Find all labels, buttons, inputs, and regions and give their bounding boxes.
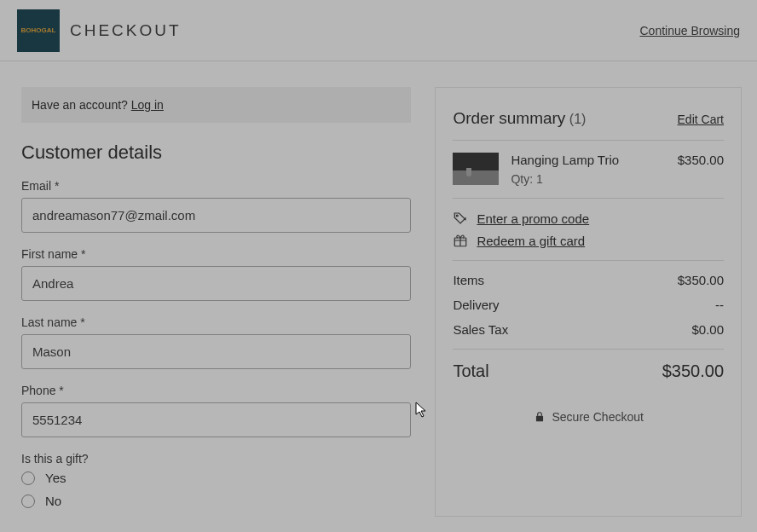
customer-column: Have an account? Log in Customer details… — [21, 87, 411, 517]
edit-cart-link[interactable]: Edit Cart — [678, 113, 724, 126]
email-label: Email * — [21, 179, 411, 193]
divider — [453, 349, 724, 350]
customer-details-heading: Customer details — [21, 142, 411, 164]
last-name-input[interactable] — [21, 334, 411, 369]
item-name-row: Hanging Lamp Trio $350.00 — [511, 153, 724, 167]
items-label: Items — [453, 273, 484, 287]
page-title: CHECKOUT — [70, 21, 182, 40]
divider — [453, 140, 724, 141]
email-input[interactable] — [21, 198, 411, 233]
divider — [453, 260, 724, 261]
first-name-field-group: First name * — [21, 247, 411, 301]
gift-no-radio[interactable] — [21, 494, 35, 508]
account-prompt-text: Have an account? — [32, 98, 131, 112]
secure-checkout: Secure Checkout — [453, 410, 724, 424]
gift-icon — [453, 233, 468, 248]
tax-value: $0.00 — [691, 322, 724, 337]
items-value: $350.00 — [678, 273, 724, 287]
first-name-label: First name * — [21, 247, 411, 261]
secure-checkout-text: Secure Checkout — [552, 410, 644, 424]
total-label: Total — [453, 361, 488, 381]
cart-item: Hanging Lamp Trio $350.00 Qty: 1 — [453, 153, 724, 186]
account-prompt: Have an account? Log in — [21, 87, 411, 123]
divider — [453, 198, 724, 199]
order-summary: Order summary (1) Edit Cart Hanging Lamp… — [435, 87, 742, 517]
last-name-label: Last name * — [21, 315, 411, 329]
items-row: Items $350.00 — [453, 273, 724, 287]
item-price: $350.00 — [678, 153, 724, 167]
summary-title: Order summary — [453, 109, 565, 127]
continue-browsing-link[interactable]: Continue Browsing — [639, 24, 740, 38]
promo-row: Enter a promo code — [453, 211, 724, 226]
gift-yes-label: Yes — [45, 471, 66, 485]
last-name-field-group: Last name * — [21, 315, 411, 369]
phone-field-group: Phone * — [21, 384, 411, 437]
gift-yes-radio[interactable] — [21, 471, 35, 485]
gift-card-link[interactable]: Redeem a gift card — [477, 234, 585, 248]
promo-code-link[interactable]: Enter a promo code — [477, 211, 589, 226]
delivery-row: Delivery -- — [453, 298, 724, 312]
item-name: Hanging Lamp Trio — [511, 153, 619, 167]
tag-icon — [453, 211, 468, 226]
gift-question: Is this a gift? Yes No — [21, 452, 411, 508]
summary-title-group: Order summary (1) — [453, 109, 586, 128]
brand-logo: BOHOGAL — [17, 9, 60, 52]
gift-card-row: Redeem a gift card — [453, 233, 724, 248]
gift-yes-row: Yes — [21, 471, 411, 485]
summary-header: Order summary (1) Edit Cart — [453, 109, 724, 128]
svg-point-0 — [457, 215, 459, 217]
total-value: $350.00 — [662, 361, 724, 381]
header: BOHOGAL CHECKOUT Continue Browsing — [0, 0, 757, 61]
tax-row: Sales Tax $0.00 — [453, 322, 724, 337]
total-row: Total $350.00 — [453, 361, 724, 381]
gift-label: Is this a gift? — [21, 452, 411, 466]
delivery-label: Delivery — [453, 298, 499, 312]
gift-no-row: No — [21, 494, 411, 508]
content: Have an account? Log in Customer details… — [0, 61, 757, 517]
delivery-value: -- — [715, 298, 724, 312]
gift-no-label: No — [45, 494, 61, 508]
phone-label: Phone * — [21, 384, 411, 397]
first-name-input[interactable] — [21, 266, 411, 301]
item-thumbnail — [453, 153, 499, 185]
svg-rect-2 — [535, 416, 542, 421]
tax-label: Sales Tax — [453, 322, 508, 337]
lock-icon — [534, 411, 546, 423]
item-info: Hanging Lamp Trio $350.00 Qty: 1 — [511, 153, 724, 186]
login-link[interactable]: Log in — [131, 98, 164, 112]
phone-input[interactable] — [21, 402, 411, 437]
summary-count: (1) — [569, 112, 587, 126]
item-qty: Qty: 1 — [511, 172, 724, 186]
header-left: BOHOGAL CHECKOUT — [17, 9, 182, 52]
email-field-group: Email * — [21, 179, 411, 233]
